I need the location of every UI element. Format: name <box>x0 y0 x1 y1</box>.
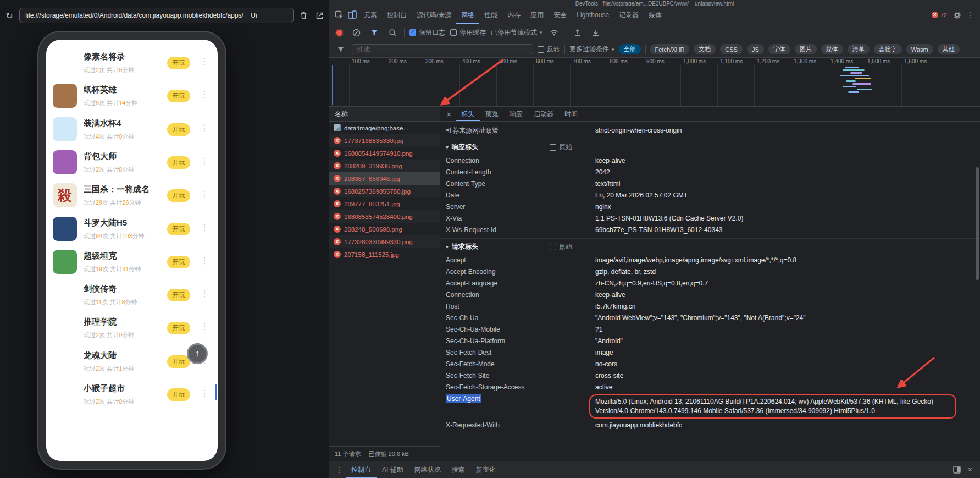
filter-chip[interactable]: 文档 <box>694 44 716 54</box>
request-row[interactable]: ×208289_319936.png <box>329 160 440 172</box>
devtools-tab[interactable]: 性能 <box>479 6 502 24</box>
disable-cache-checkbox[interactable] <box>450 29 457 36</box>
name-column-header[interactable]: 名称 <box>329 107 440 122</box>
game-list-item[interactable]: 装满水杯4玩过4次 共计0分钟开玩⋮ <box>46 114 218 147</box>
filter-chip[interactable]: Wasm <box>906 44 933 54</box>
request-row[interactable]: ×1680854149574910.png <box>329 147 440 160</box>
invert-checkbox[interactable] <box>538 46 544 53</box>
filter-chip[interactable]: 图片 <box>795 44 817 54</box>
game-list-item[interactable]: 殺三国杀：一将成名玩过29次 共计26分钟开玩⋮ <box>46 180 218 213</box>
refresh-icon[interactable]: ↻ <box>3 9 15 21</box>
request-row[interactable]: data:image/png;base... <box>329 122 440 134</box>
close-details-icon[interactable]: × <box>442 109 456 119</box>
filter-chip[interactable]: 其他 <box>938 44 960 54</box>
more-options-icon[interactable]: ⋮ <box>200 222 209 233</box>
preserve-log-checkbox[interactable] <box>409 29 416 36</box>
more-options-icon[interactable]: ⋮ <box>200 156 209 166</box>
export-har-icon[interactable] <box>589 26 602 39</box>
drawer-tab[interactable]: 新变化 <box>470 461 501 478</box>
game-list-item[interactable]: 小猴子超市玩过2次 共计0分钟开玩⋮ <box>46 379 218 412</box>
import-har-icon[interactable] <box>571 26 584 39</box>
play-button[interactable]: 开玩 <box>167 223 190 235</box>
more-options-icon[interactable]: ⋮ <box>200 56 209 67</box>
play-button[interactable]: 开玩 <box>167 256 190 268</box>
devtools-tab[interactable]: 记录器 <box>614 6 644 24</box>
details-tab[interactable]: 预览 <box>480 107 504 121</box>
invert-toggle[interactable]: 反转 <box>538 45 560 54</box>
filter-chip[interactable]: 全部 <box>619 44 641 54</box>
details-scrollbar[interactable] <box>976 167 979 280</box>
devtools-tab[interactable]: 媒体 <box>644 6 667 24</box>
filter-chip[interactable]: 套接字 <box>874 44 902 54</box>
dock-side-icon[interactable] <box>950 463 964 476</box>
devtools-tab[interactable]: 控制台 <box>382 6 412 24</box>
play-button[interactable]: 开玩 <box>167 388 190 401</box>
devtools-tab[interactable]: 元素 <box>359 6 382 24</box>
details-tab[interactable]: 响应 <box>504 107 528 121</box>
request-row[interactable]: ×1680853574528400.png <box>329 210 440 223</box>
more-options-icon[interactable]: ⋮ <box>200 288 209 299</box>
clear-icon[interactable] <box>350 26 363 39</box>
trash-icon[interactable] <box>297 9 309 21</box>
play-button[interactable]: 开玩 <box>167 322 190 334</box>
record-icon[interactable] <box>336 30 342 36</box>
drawer-tab[interactable]: 网络状况 <box>409 461 446 478</box>
game-list-item[interactable]: 斗罗大陆H5玩过94次 共计103分钟开玩⋮ <box>46 213 218 246</box>
inspect-icon[interactable] <box>333 8 346 21</box>
filter-chip[interactable]: CSS <box>720 44 743 54</box>
details-tab[interactable]: 标头 <box>456 107 480 121</box>
more-options-icon[interactable]: ⋮ <box>200 123 209 133</box>
throttling-dropdown[interactable]: 已停用节流模式 ▾ <box>491 28 542 37</box>
game-list-item[interactable]: 剑侠传奇玩过11次 共计8分钟开玩⋮ <box>46 279 218 312</box>
devtools-tab[interactable]: 源代码/来源 <box>412 6 456 24</box>
devtools-tab[interactable]: 网络 <box>456 6 479 24</box>
filter-chip[interactable]: JS <box>747 44 764 54</box>
network-conditions-icon[interactable] <box>547 26 561 39</box>
devtools-tab[interactable]: Lighthouse <box>572 6 614 24</box>
request-row[interactable]: ×17737168835330.jpg <box>329 134 440 147</box>
raw-checkbox[interactable] <box>550 144 556 151</box>
drawer-tab[interactable]: AI 辅助 <box>377 461 409 478</box>
filter-chip[interactable]: 字体 <box>768 44 790 54</box>
game-list-item[interactable]: 推理学院玩过2次 共计0分钟开玩⋮ <box>46 312 218 345</box>
filter-chip[interactable]: Fetch/XHR <box>650 44 690 54</box>
more-options-icon[interactable]: ⋮ <box>200 321 209 332</box>
scroll-to-top-button[interactable]: ↑ <box>187 343 208 364</box>
device-toolbar-icon[interactable] <box>346 8 359 21</box>
settings-gear-icon[interactable] <box>950 8 964 21</box>
request-row[interactable]: ×1773280330999330.png <box>329 235 440 248</box>
search-icon[interactable] <box>386 26 399 39</box>
request-row[interactable]: ×207158_111525.jpg <box>329 248 440 261</box>
game-list-item[interactable]: 背包大师玩过2次 共计8分钟开玩⋮ <box>46 147 218 180</box>
raw-headers-toggle[interactable]: 原始 <box>550 242 572 251</box>
request-row[interactable]: ×1680257369855780.jpg <box>329 185 440 197</box>
play-button[interactable]: 开玩 <box>167 289 190 301</box>
filter-chip[interactable]: 媒体 <box>821 44 843 54</box>
error-count-badge[interactable]: × 72 <box>932 12 947 18</box>
disable-cache-toggle[interactable]: 停用缓存 <box>450 28 486 37</box>
more-options-icon[interactable]: ⋮ <box>200 255 209 266</box>
game-list-item[interactable]: 纸杯英雄玩过6次 共计14分钟开玩⋮ <box>46 80 218 113</box>
play-button[interactable]: 开玩 <box>167 123 190 136</box>
details-tab[interactable]: 启动器 <box>528 107 559 121</box>
play-button[interactable]: 开玩 <box>167 355 190 368</box>
request-row[interactable]: ×208248_500698.png <box>329 223 440 235</box>
share-icon[interactable] <box>313 9 325 21</box>
play-button[interactable]: 开玩 <box>167 90 190 102</box>
collapse-triangle-icon[interactable]: ▾ <box>446 244 449 250</box>
close-devtools-icon[interactable]: × <box>964 463 977 476</box>
phone-scrollbar[interactable] <box>215 384 217 400</box>
devtools-tab[interactable]: 应用 <box>525 6 549 24</box>
details-tab[interactable]: 时间 <box>559 107 583 121</box>
devtools-tab[interactable]: 安全 <box>549 6 572 24</box>
filter-chip[interactable]: 清单 <box>848 44 870 54</box>
filter-icon[interactable] <box>368 26 381 39</box>
address-bar-input[interactable] <box>19 8 294 23</box>
game-list-item[interactable]: 超级坦克玩过19次 共计31分钟开玩⋮ <box>46 246 218 279</box>
preserve-log-toggle[interactable]: 保留日志 <box>409 28 445 37</box>
devtools-tab[interactable]: 内存 <box>502 6 525 24</box>
more-options-icon[interactable]: ⋮ <box>200 388 209 398</box>
kebab-menu-icon[interactable]: ⋮ <box>964 8 977 21</box>
drawer-kebab-icon[interactable]: ⋮ <box>333 463 346 476</box>
raw-headers-toggle[interactable]: 原始 <box>550 142 572 152</box>
